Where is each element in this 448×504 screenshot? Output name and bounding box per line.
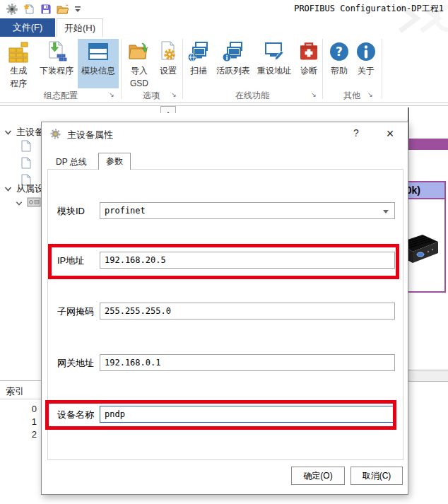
settings-button[interactable]: 设置 <box>155 39 181 88</box>
button-label: 活跃列表 <box>216 66 250 76</box>
module-id-label: 模块ID <box>57 205 85 218</box>
group-label-online: 在线功能 <box>185 90 319 101</box>
diagnosis-button[interactable]: 诊断 <box>297 39 321 88</box>
device-name-input[interactable] <box>100 406 395 423</box>
ribbon-separator <box>322 39 323 99</box>
about-button[interactable]: 关于 <box>353 39 379 88</box>
module-id-combo[interactable]: profinet <box>100 202 395 219</box>
module-info-icon <box>87 40 110 63</box>
button-label: 模块信息 <box>81 66 115 76</box>
dialog-title: 主设备属性 <box>67 129 113 141</box>
chevron-down-icon[interactable] <box>4 186 12 192</box>
button-label: 设置 <box>160 66 177 76</box>
index-column-header: 索引 <box>6 385 24 398</box>
settings-icon <box>157 40 179 63</box>
tab-dp-bus[interactable]: DP 总线 <box>50 155 93 170</box>
button-label: 诊断 <box>300 66 317 76</box>
tab-home[interactable]: 开始(H) <box>57 18 103 37</box>
button-label: 关于 <box>358 66 375 76</box>
reset-address-icon <box>263 40 285 63</box>
slave-device-icon <box>27 197 41 209</box>
customize-arrow-icon[interactable] <box>73 3 82 16</box>
button-label: 下装程序 <box>40 66 73 76</box>
group-launcher-icon[interactable]: ↘ <box>108 91 115 98</box>
button-label: 生成 程序 <box>10 66 27 88</box>
chevron-down-icon[interactable] <box>16 201 23 206</box>
ribbon: 生成 程序 下装程序 模块信息 导入 GSD <box>0 37 448 103</box>
new-file-icon[interactable] <box>23 3 35 16</box>
ribbon-separator <box>382 39 382 99</box>
module-info-button[interactable]: 模块信息 <box>78 39 119 88</box>
tab-file[interactable]: 文件(F) <box>0 18 55 37</box>
group-label-config: 组态配置 <box>3 90 119 101</box>
app-window: PROFIBUS Configuration-DP工程1 文件(F) 开始(H)… <box>0 0 448 504</box>
gateway-label: 网关地址 <box>57 357 94 370</box>
table-row[interactable]: 0 <box>0 404 37 414</box>
window-title: PROFIBUS Configuration-DP工程1 <box>294 3 444 15</box>
dialog-gear-icon <box>50 129 61 142</box>
gateway-input[interactable] <box>100 354 395 371</box>
subnet-mask-input[interactable] <box>100 303 395 320</box>
help-icon: ? <box>328 40 350 63</box>
module-id-value: profinet <box>105 206 146 216</box>
diagnosis-icon <box>297 40 320 63</box>
about-icon <box>355 40 377 63</box>
subnet-mask-label: 子网掩码 <box>57 305 94 318</box>
active-list-icon: i <box>222 40 244 63</box>
panel-divider <box>0 105 448 106</box>
quick-access-toolbar: PROFIBUS Configuration-DP工程1 <box>0 0 448 18</box>
help-button[interactable]: ? 帮助 <box>326 39 352 88</box>
open-folder-icon[interactable] <box>57 3 69 16</box>
dialog-close-button[interactable]: × <box>381 125 399 142</box>
document-icon[interactable] <box>21 157 31 172</box>
tree-item-slave-device[interactable] <box>16 197 41 209</box>
master-properties-dialog: 主设备属性 ? × DP 总线 参数 模块ID profinet IP地址 子网… <box>41 122 408 495</box>
svg-text:?: ? <box>336 45 343 59</box>
download-program-button[interactable]: 下装程序 <box>37 39 76 88</box>
tree-item-label: 主设备 <box>16 126 44 139</box>
save-icon[interactable] <box>40 3 52 16</box>
ip-address-label: IP地址 <box>57 254 84 267</box>
button-label: 扫描 <box>190 66 207 76</box>
bricks-icon <box>7 40 30 63</box>
chevron-down-icon[interactable] <box>4 129 12 136</box>
reset-address-button[interactable]: 重设地址 <box>254 39 294 88</box>
scan-icon <box>187 40 210 63</box>
tree-item-master[interactable]: 主设备 <box>4 126 44 139</box>
table-row[interactable]: 1 <box>0 416 37 427</box>
download-program-icon <box>45 40 68 63</box>
ribbon-separator <box>182 39 183 99</box>
dialog-help-button[interactable]: ? <box>348 127 364 141</box>
app-gear-icon[interactable] <box>6 3 18 16</box>
cancel-button[interactable]: 取消(C) <box>350 467 403 485</box>
document-icon[interactable] <box>21 140 31 155</box>
tab-parameters[interactable]: 参数 <box>98 153 131 170</box>
ribbon-tab-row: 文件(F) 开始(H) <box>0 18 448 37</box>
button-label: 重设地址 <box>257 66 291 76</box>
svg-text:i: i <box>225 54 228 61</box>
button-label: 帮助 <box>331 66 348 76</box>
group-launcher-icon[interactable]: ↘ <box>310 91 317 98</box>
combo-arrow-icon <box>383 210 389 213</box>
generate-program-button[interactable]: 生成 程序 <box>3 39 34 88</box>
import-gsd-button[interactable]: 导入 GSD <box>124 39 154 88</box>
scan-button[interactable]: 扫描 <box>185 39 212 88</box>
device-name-label: 设备名称 <box>57 409 94 421</box>
active-list-button[interactable]: i 活跃列表 <box>213 39 253 88</box>
ok-button[interactable]: 确定(O) <box>291 467 345 485</box>
ip-address-input[interactable] <box>100 252 395 269</box>
group-launcher-icon[interactable]: ↘ <box>170 91 177 98</box>
group-launcher-icon[interactable]: ↘ <box>367 91 374 98</box>
import-gsd-icon <box>128 40 151 63</box>
button-label: 导入 GSD <box>130 66 148 88</box>
table-row[interactable]: 2 <box>0 429 37 440</box>
ribbon-separator <box>121 39 122 99</box>
